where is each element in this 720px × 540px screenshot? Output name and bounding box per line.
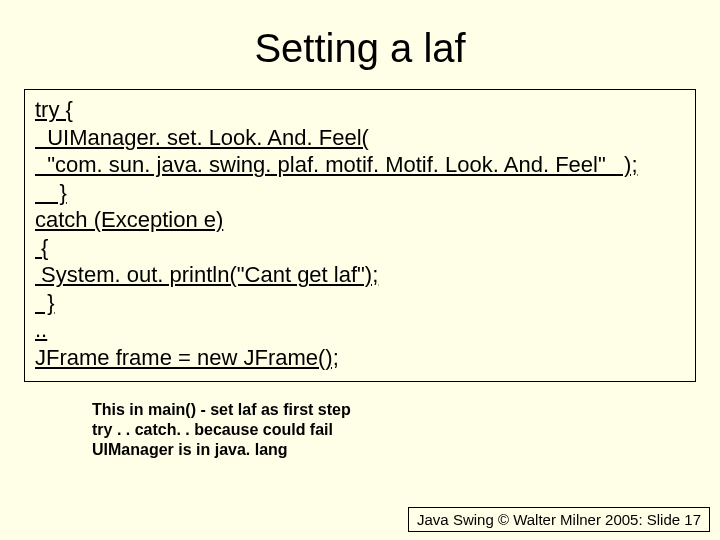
code-line: .. xyxy=(35,316,685,344)
code-box: try { UIManager. set. Look. And. Feel( "… xyxy=(24,89,696,382)
code-line: catch (Exception e) xyxy=(35,206,685,234)
note-line: try . . catch. . because could fail xyxy=(92,420,720,440)
code-line: } xyxy=(35,289,685,317)
slide: Setting a laf try { UIManager. set. Look… xyxy=(0,0,720,540)
slide-title: Setting a laf xyxy=(0,0,720,89)
note-line: This in main() - set laf as first step xyxy=(92,400,720,420)
footer: Java Swing © Walter Milner 2005: Slide 1… xyxy=(408,507,710,532)
code-line: System. out. println("Cant get laf"); xyxy=(35,261,685,289)
code-line: try { xyxy=(35,96,685,124)
note-block: This in main() - set laf as first step t… xyxy=(92,400,720,460)
code-line: UIManager. set. Look. And. Feel( xyxy=(35,124,685,152)
code-line: "com. sun. java. swing. plaf. motif. Mot… xyxy=(35,151,685,179)
code-line: } xyxy=(35,179,685,207)
code-line: JFrame frame = new JFrame(); xyxy=(35,344,685,372)
code-line: { xyxy=(35,234,685,262)
note-line: UIManager is in java. lang xyxy=(92,440,720,460)
